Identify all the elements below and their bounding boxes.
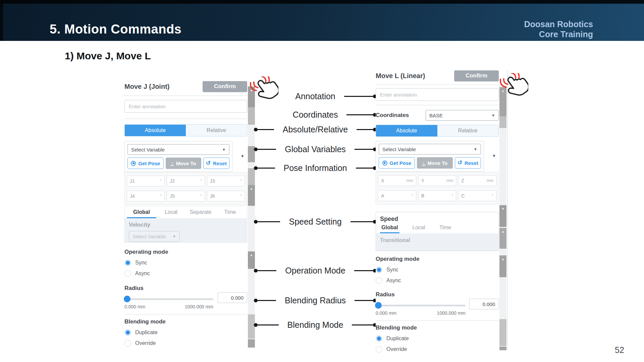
callout-blending-radius: Blending Radius	[254, 295, 377, 306]
scrollbar-thumb[interactable]	[248, 339, 255, 348]
joint-field-j4[interactable]: J4°	[127, 191, 165, 201]
radius-value-input[interactable]	[469, 299, 499, 309]
radius-slider[interactable]	[376, 302, 466, 309]
slide-title: 5. Motion Commands	[50, 22, 181, 37]
speed-tab-time[interactable]: Time	[215, 206, 245, 218]
scrollbar-thumb[interactable]	[499, 116, 506, 128]
pose-field-c[interactable]: C°	[458, 190, 496, 201]
pose-field-y[interactable]: Ymm	[418, 175, 457, 186]
slider-track[interactable]	[376, 305, 466, 306]
get-pose-label: Get Pose	[138, 161, 160, 166]
tab-absolute[interactable]: Absolute	[125, 125, 186, 136]
reset-button[interactable]: ↺ Reset	[203, 158, 229, 169]
move-l-annotation-input[interactable]	[376, 88, 499, 101]
pose-field-b[interactable]: B°	[418, 190, 457, 201]
move-j-joint-grid: J1° J2° J3° J4° J5° J6°	[124, 172, 247, 205]
speed-tab-global[interactable]: Global	[127, 206, 156, 218]
move-l-title: Move L (Linear)	[376, 72, 425, 80]
override-label: Override	[386, 346, 407, 352]
joint-field-j5[interactable]: J5°	[167, 191, 205, 201]
slide-subtitle: 1) Move J, Move L	[65, 50, 151, 62]
override-radio[interactable]	[376, 346, 382, 353]
scrollbar-thumb[interactable]	[499, 319, 506, 346]
operating-mode-title: Operating mode	[124, 249, 247, 255]
scrollbar-thumb[interactable]: ▲	[499, 255, 506, 277]
operating-mode-title: Operating mode	[376, 256, 499, 262]
callout-absolute-relative: Absolute/Relative	[254, 124, 377, 135]
cursor-hand-icon	[491, 73, 528, 111]
reset-button[interactable]: ↺ Reset	[455, 157, 481, 169]
move-l-variable-box: Select Variable ▼ Get Pose ↓ Move To ↺ R…	[376, 141, 484, 172]
move-l-radius-section: Radius 0.000 mm 1000.000 mm	[376, 291, 499, 316]
target-icon	[382, 161, 387, 166]
move-j-annotation-input[interactable]	[124, 100, 247, 113]
slider-track[interactable]	[124, 298, 213, 300]
override-radio[interactable]	[124, 340, 131, 347]
speed-tabs: Global Local Time	[376, 223, 498, 233]
coordinates-select[interactable]: BASE ▼	[426, 110, 499, 121]
slider-handle[interactable]	[375, 302, 382, 309]
callout-connector	[254, 323, 279, 327]
radius-value-input[interactable]	[218, 292, 247, 303]
move-j-variable-select[interactable]: Select Variable ▼	[127, 144, 229, 155]
divider	[124, 96, 247, 96]
move-j-speed-section: Global Local Separate Time Velocity Sele…	[124, 206, 247, 243]
duplicate-radio[interactable]	[376, 335, 382, 342]
pose-field-x[interactable]: Xmm	[378, 175, 416, 186]
sync-radio[interactable]	[124, 259, 131, 266]
move-to-label: Move To	[176, 161, 196, 166]
scrollbar-thumb[interactable]: ▲	[248, 185, 255, 206]
scrollbar-thumb[interactable]: ▲	[499, 228, 506, 249]
scrollbar-thumb[interactable]: ▼	[499, 205, 506, 227]
sync-radio[interactable]	[376, 266, 382, 273]
brand-text: Doosan Robotics Core Training	[524, 19, 593, 39]
speed-tab-local[interactable]: Local	[156, 206, 186, 218]
get-pose-button[interactable]: Get Pose	[127, 158, 164, 169]
move-j-title: Move J (Joint)	[124, 83, 169, 90]
speed-tab-separate[interactable]: Separate	[186, 206, 215, 218]
duplicate-radio[interactable]	[124, 329, 131, 336]
move-j-panel: Move J (Joint) Confirm Absolute Relative…	[124, 80, 247, 347]
tab-relative[interactable]: Relative	[437, 125, 499, 136]
pose-field-a[interactable]: A°	[378, 190, 416, 201]
reset-icon: ↺	[206, 161, 211, 166]
slider-handle[interactable]	[124, 296, 130, 302]
move-to-button[interactable]: ↓ Move To	[417, 157, 452, 169]
move-l-variable-select[interactable]: Select Variable ▼	[379, 144, 481, 155]
move-to-button[interactable]: ↓ Move To	[166, 158, 201, 169]
divider	[124, 119, 247, 119]
collapse-chevron-icon[interactable]: ▼	[240, 154, 245, 159]
tab-absolute[interactable]: Absolute	[376, 125, 437, 136]
speed-tab-global[interactable]: Global	[380, 223, 399, 233]
tab-relative[interactable]: Relative	[186, 125, 247, 136]
radius-slider[interactable]	[124, 296, 213, 302]
velocity-variable-select[interactable]: Select Variable ▼	[129, 231, 180, 242]
speed-tab-local[interactable]: Local	[411, 223, 426, 233]
move-l-scrollbar[interactable]: ▲ ▼ ▲ ▲	[499, 84, 506, 350]
slide: 5. Motion Commands Doosan Robotics Core …	[0, 0, 644, 362]
arrow-down-icon: ▼	[501, 207, 504, 210]
slide-header: 5. Motion Commands Doosan Robotics Core …	[0, 0, 644, 41]
sync-label: Sync	[386, 267, 398, 273]
speed-tabs: Global Local Separate Time	[125, 206, 247, 218]
callout-connector	[254, 147, 276, 151]
joint-field-j2[interactable]: J2°	[167, 176, 205, 186]
duplicate-label: Duplicate	[386, 336, 409, 342]
callout-connector	[357, 128, 377, 131]
callout-blending-mode: Blending Mode	[254, 319, 377, 330]
joint-field-j6[interactable]: J6°	[207, 191, 245, 201]
target-icon	[131, 161, 136, 166]
reset-label: Reset	[213, 161, 227, 166]
callout-connector	[344, 95, 377, 98]
async-radio[interactable]	[124, 270, 131, 277]
joint-field-j1[interactable]: J1°	[127, 176, 165, 186]
async-radio[interactable]	[376, 277, 382, 284]
scrollbar-thumb[interactable]	[499, 347, 506, 350]
move-j-blending-mode: Blending mode Duplicate Override	[124, 318, 247, 347]
speed-tab-time[interactable]: Time	[438, 223, 452, 233]
pose-field-z[interactable]: Zmm	[458, 175, 496, 186]
callout-operation-mode: Operation Mode	[254, 265, 377, 276]
collapse-chevron-icon[interactable]: ▼	[492, 154, 496, 158]
get-pose-button[interactable]: Get Pose	[379, 157, 415, 169]
joint-field-j3[interactable]: J3°	[207, 176, 245, 186]
